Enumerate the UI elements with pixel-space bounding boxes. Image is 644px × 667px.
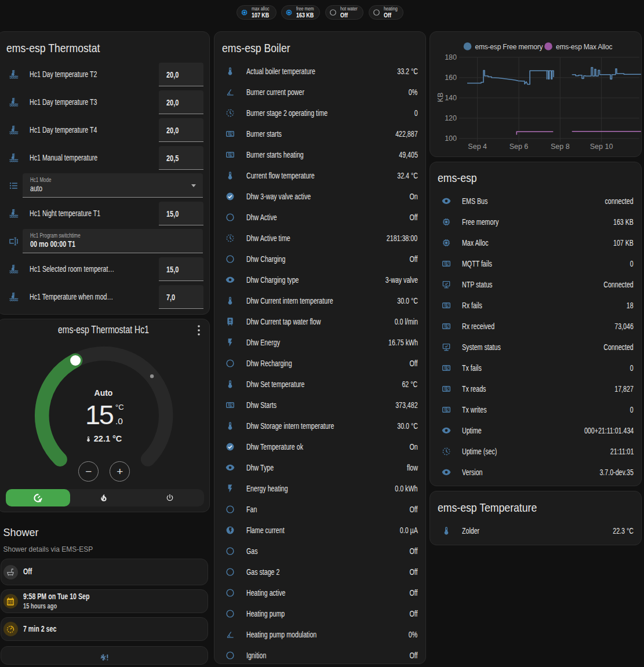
svg-text:180: 180 <box>445 53 457 61</box>
svg-text:ems-esp Max Alloc: ems-esp Max Alloc <box>556 43 612 51</box>
svg-text:Sep 8: Sep 8 <box>551 143 570 151</box>
svg-text:100: 100 <box>445 134 457 143</box>
svg-text:120: 120 <box>445 114 457 122</box>
svg-text:ems-esp Free memory: ems-esp Free memory <box>475 43 543 51</box>
svg-text:140: 140 <box>445 94 457 102</box>
svg-text:KB: KB <box>436 93 445 103</box>
svg-text:Sep 10: Sep 10 <box>590 143 613 151</box>
svg-text:Sep 6: Sep 6 <box>510 143 529 151</box>
svg-text:160: 160 <box>445 74 457 82</box>
svg-text:Sep 4: Sep 4 <box>468 143 487 151</box>
